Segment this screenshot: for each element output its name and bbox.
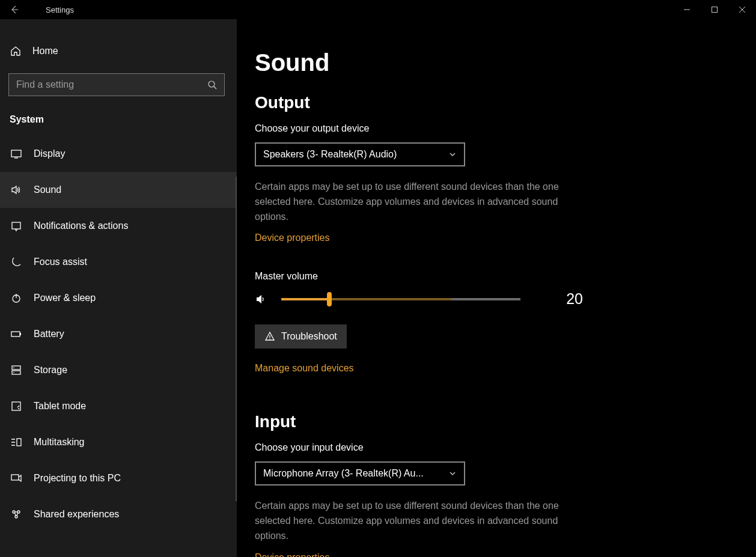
svg-rect-8: [12, 222, 20, 229]
output-description: Certain apps may be set up to use differ…: [255, 180, 591, 224]
titlebar: Settings: [0, 0, 756, 19]
power-icon: [10, 292, 23, 304]
svg-rect-1: [712, 7, 718, 13]
manage-sound-devices-link[interactable]: Manage sound devices: [255, 363, 354, 374]
focus-icon: [10, 256, 23, 268]
master-volume-label: Master volume: [255, 271, 756, 282]
volume-thumb[interactable]: [327, 292, 332, 306]
svg-line-27: [15, 513, 16, 516]
svg-rect-14: [12, 371, 20, 374]
sidebar-item-focus[interactable]: Focus assist: [0, 244, 237, 280]
content-area: Sound Output Choose your output device S…: [237, 19, 756, 557]
sidebar: Home System DisplaySoundNotifications & …: [0, 19, 237, 557]
volume-fill: [281, 298, 329, 300]
page-title: Sound: [255, 49, 756, 76]
search-icon: [207, 80, 217, 90]
chevron-down-icon: [448, 469, 457, 478]
sidebar-item-notify[interactable]: Notifications & actions: [0, 208, 237, 244]
sidebar-home-label: Home: [32, 46, 58, 56]
warning-icon: [264, 331, 275, 342]
volume-slider[interactable]: [281, 298, 520, 300]
battery-icon: [10, 328, 23, 340]
svg-rect-22: [17, 439, 21, 446]
svg-line-28: [17, 513, 18, 516]
minimize-icon: [684, 7, 690, 13]
sidebar-item-tablet[interactable]: Tablet mode: [0, 388, 237, 424]
shared-icon: [10, 508, 23, 520]
back-button[interactable]: [0, 5, 29, 14]
back-arrow-icon: [10, 5, 19, 14]
sidebar-item-sound[interactable]: Sound: [0, 172, 237, 208]
svg-rect-13: [12, 366, 20, 370]
sidebar-category: System: [0, 105, 237, 136]
volume-value: 20: [559, 290, 583, 308]
output-choose-label: Choose your output device: [255, 123, 756, 134]
svg-point-16: [13, 372, 14, 373]
svg-point-18: [18, 408, 19, 409]
input-device-properties-link[interactable]: Device properties: [255, 552, 330, 557]
svg-point-4: [209, 81, 215, 87]
troubleshoot-button[interactable]: Troubleshoot: [255, 324, 347, 349]
window-title: Settings: [29, 5, 74, 14]
svg-point-15: [13, 367, 14, 368]
project-icon: [10, 472, 23, 484]
input-choose-label: Choose your input device: [255, 442, 756, 453]
input-heading: Input: [255, 412, 756, 431]
sidebar-item-label: Projecting to this PC: [34, 473, 121, 484]
sidebar-item-shared[interactable]: Shared experiences: [0, 496, 237, 532]
close-button[interactable]: [728, 0, 756, 19]
sidebar-home[interactable]: Home: [0, 37, 237, 65]
sidebar-item-battery[interactable]: Battery: [0, 316, 237, 352]
sidebar-item-label: Display: [34, 148, 65, 159]
svg-line-5: [214, 87, 216, 89]
search-box[interactable]: [8, 73, 225, 96]
svg-rect-12: [20, 333, 21, 335]
troubleshoot-label: Troubleshoot: [281, 331, 337, 342]
tablet-icon: [10, 400, 23, 412]
sidebar-item-label: Battery: [34, 329, 64, 339]
svg-rect-11: [11, 332, 20, 336]
output-heading: Output: [255, 93, 756, 112]
volume-slider-row: 20: [255, 290, 756, 308]
sidebar-item-label: Storage: [34, 365, 67, 376]
sidebar-item-label: Multitasking: [34, 437, 84, 448]
sidebar-item-label: Sound: [34, 184, 61, 195]
output-device-properties-link[interactable]: Device properties: [255, 233, 330, 243]
sound-icon: [10, 184, 23, 196]
svg-rect-23: [11, 475, 19, 480]
maximize-icon: [712, 7, 718, 13]
svg-point-26: [15, 516, 17, 518]
storage-icon: [10, 364, 23, 376]
sidebar-item-project[interactable]: Projecting to this PC: [0, 460, 237, 496]
main-area: Home System DisplaySoundNotifications & …: [0, 19, 756, 557]
home-icon: [10, 45, 22, 57]
output-device-dropdown[interactable]: Speakers (3- Realtek(R) Audio): [255, 142, 465, 166]
input-device-value: Microphone Array (3- Realtek(R) Au...: [263, 468, 424, 479]
display-icon: [10, 148, 23, 160]
sidebar-item-label: Notifications & actions: [34, 221, 128, 231]
sidebar-nav: DisplaySoundNotifications & actionsFocus…: [0, 136, 237, 557]
sidebar-item-label: Shared experiences: [34, 509, 119, 520]
sidebar-item-label: Power & sleep: [34, 293, 96, 303]
svg-rect-6: [11, 150, 21, 157]
sidebar-item-label: Focus assist: [34, 257, 87, 267]
chevron-down-icon: [448, 150, 457, 159]
maximize-button[interactable]: [701, 0, 728, 19]
sidebar-item-label: Tablet mode: [34, 401, 86, 412]
sidebar-item-multitask[interactable]: Multitasking: [0, 424, 237, 460]
sidebar-item-display[interactable]: Display: [0, 136, 237, 172]
sidebar-item-storage[interactable]: Storage: [0, 352, 237, 388]
search-input[interactable]: [16, 79, 207, 90]
notify-icon: [10, 220, 23, 232]
svg-point-24: [13, 511, 15, 513]
svg-point-25: [17, 511, 20, 513]
input-device-dropdown[interactable]: Microphone Array (3- Realtek(R) Au...: [255, 461, 465, 485]
multitask-icon: [10, 436, 23, 448]
speaker-icon[interactable]: [255, 293, 267, 305]
svg-point-31: [269, 339, 270, 340]
sidebar-item-power[interactable]: Power & sleep: [0, 280, 237, 316]
input-description: Certain apps may be set up to use differ…: [255, 499, 591, 543]
minimize-button[interactable]: [673, 0, 701, 19]
search-container: [0, 65, 237, 105]
close-icon: [739, 7, 745, 13]
